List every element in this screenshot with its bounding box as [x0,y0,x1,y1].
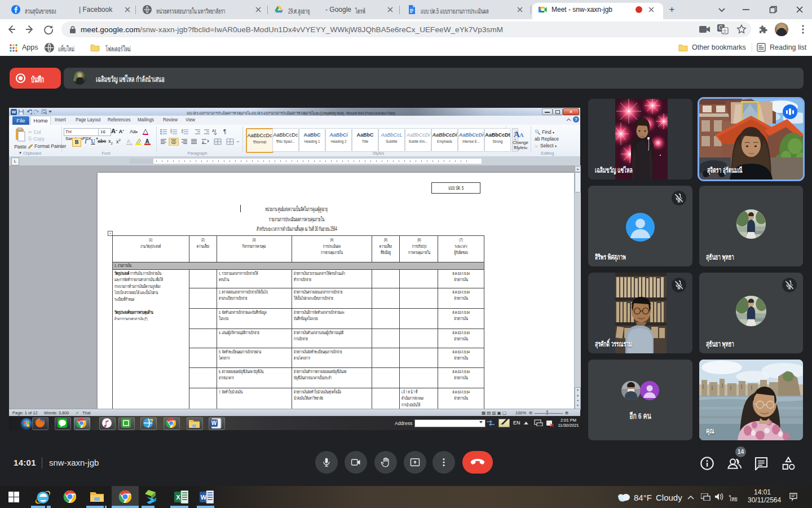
svg-text:文: 文 [723,29,727,34]
svg-text:¶: ¶ [223,129,226,135]
svg-text:A: A [145,138,149,144]
svg-text:A: A [519,132,524,138]
svg-text:W: W [201,494,207,501]
svg-text:b: b [182,130,183,134]
svg-text:A: A [127,138,130,144]
svg-text:A: A [212,129,215,133]
svg-text:W: W [211,420,217,426]
svg-text:2: 2 [170,130,172,134]
svg-text:X: X [176,494,180,501]
